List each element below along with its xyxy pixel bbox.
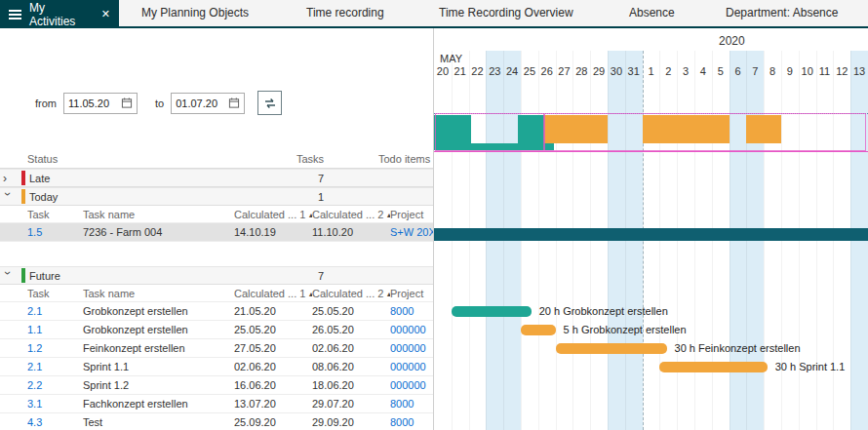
timeline-day-label: 29: [590, 65, 608, 79]
timeline-day-label: 3: [677, 65, 694, 79]
project-link[interactable]: 000000: [390, 324, 426, 335]
project-link[interactable]: 8000: [390, 398, 414, 410]
summary-task-bar[interactable]: [434, 228, 868, 241]
tab-time-recording-overview[interactable]: Time Recording Overview: [439, 0, 573, 26]
calculated-date-1-cell: 02.06.20: [234, 361, 312, 372]
calendar-icon[interactable]: [228, 97, 240, 109]
task-name-column-header: Task name: [83, 209, 234, 220]
task-number-link[interactable]: 1.2: [27, 342, 42, 354]
timeline-day-label: 25: [521, 65, 538, 79]
calculated-date-1-cell: 25.05.20: [234, 324, 312, 335]
task-number-link[interactable]: 3.1: [27, 398, 42, 410]
group-row-late[interactable]: ›Late7: [0, 169, 433, 187]
task-name-cell: Grobkonzept erstellen: [83, 324, 234, 335]
task-number-link[interactable]: 4.3: [27, 416, 42, 428]
task-panel: from to: [0, 28, 434, 430]
task-row[interactable]: 3.1Fachkonzept erstellen13.07.2029.07.20…: [0, 395, 433, 413]
task-number-link[interactable]: 1.5: [27, 226, 42, 238]
project-link[interactable]: 000000: [390, 342, 426, 354]
refresh-button[interactable]: [257, 91, 282, 115]
task-row[interactable]: 1.57236 - Farm 00414.10.1911.10.20S+W 20…: [0, 223, 433, 242]
task-row[interactable]: 2.1Grobkonzept erstellen21.05.2025.05.20…: [0, 302, 433, 321]
calculated-2-column-header[interactable]: Calculated ... 2▲: [312, 288, 390, 299]
project-link[interactable]: 8000: [390, 305, 414, 317]
timeline-day-label: 24: [503, 65, 521, 79]
timeline-day-label: 8: [764, 65, 781, 79]
tab-bar: My Activities ✕ My Planning Objects Time…: [0, 0, 868, 28]
timeline-day-label: 20: [434, 65, 452, 79]
timeline-day-label: 23: [486, 65, 503, 79]
calculated-date-2-cell: 18.06.20: [312, 379, 390, 391]
selection-outline-box: [544, 113, 866, 151]
timeline-day-label: 31: [625, 65, 643, 79]
calculated-1-column-header[interactable]: Calculated ... 1▲: [234, 288, 312, 299]
project-link[interactable]: 000000: [390, 379, 426, 391]
date-range-filter: from to: [35, 91, 282, 115]
timeline-day-label: 6: [730, 65, 747, 79]
calendar-icon[interactable]: [121, 97, 133, 109]
group-label: Today: [29, 191, 58, 203]
tab-my-planning-objects[interactable]: My Planning Objects: [141, 0, 249, 26]
from-date-input[interactable]: [68, 98, 119, 109]
task-row[interactable]: 1.1Grobkonzept erstellen25.05.2026.05.20…: [0, 321, 433, 339]
menu-icon[interactable]: [9, 10, 21, 20]
project-link[interactable]: 8000: [390, 416, 414, 428]
gantt-task-bar[interactable]: [659, 362, 767, 372]
column-header-row: TaskTask nameCalculated ... 1▲Calculated…: [0, 285, 433, 302]
gantt-bar-label: 30 h Feinkonzept erstellen: [675, 342, 801, 355]
collapse-chevron-icon[interactable]: ›: [1, 192, 15, 202]
task-row[interactable]: 2.2Sprint 1.216.06.2018.06.20000000: [0, 376, 433, 395]
timeline-year-label: 2020: [719, 34, 745, 48]
gantt-task-bar[interactable]: [556, 343, 667, 354]
tab-my-activities[interactable]: My Activities ✕: [0, 0, 119, 28]
to-date-input[interactable]: [176, 98, 226, 109]
group-task-count: 1: [318, 191, 324, 203]
timeline-day-label: 21: [452, 65, 469, 79]
active-tab-label: My Activities: [29, 1, 94, 28]
calculated-date-1-cell: 13.07.20: [234, 398, 312, 410]
timeline-day-label: 28: [572, 65, 590, 79]
task-table-body: ›Late7›Today1TaskTask nameCalculated ...…: [0, 169, 433, 430]
tab-department-absence[interactable]: Department: Absence: [726, 0, 838, 26]
gantt-chart: 2020MAY202122232425262728293031123456789…: [434, 28, 868, 430]
table-top-header: Status Tasks Todo items: [0, 151, 433, 169]
task-number-link[interactable]: 2.1: [27, 305, 42, 317]
calculated-date-2-cell: 02.06.20: [312, 342, 390, 354]
group-row-future[interactable]: ›Future7: [0, 266, 433, 285]
task-column-header: Task: [27, 209, 83, 220]
gantt-bar-label: 5 h Grobkonzept erstellen: [564, 324, 687, 336]
project-link[interactable]: 000000: [390, 361, 426, 372]
calculated-2-column-header[interactable]: Calculated ... 2▲: [312, 209, 390, 220]
expand-chevron-icon[interactable]: ›: [3, 172, 13, 185]
gantt-task-bar[interactable]: [521, 325, 556, 335]
task-number-link[interactable]: 1.1: [27, 324, 42, 335]
capacity-bottom-line: [434, 151, 868, 152]
task-name-cell: 7236 - Farm 004: [83, 226, 234, 238]
calculated-date-1-cell: 21.05.20: [234, 305, 312, 317]
task-column-header: Task: [27, 288, 83, 299]
calculated-1-column-header[interactable]: Calculated ... 1▲: [234, 209, 312, 220]
close-icon[interactable]: ✕: [101, 8, 110, 20]
timeline-day-label: 11: [816, 65, 834, 79]
from-date-field[interactable]: [63, 93, 138, 114]
selection-outline-box: [435, 113, 544, 151]
calculated-date-2-cell: 08.06.20: [312, 361, 390, 372]
calculated-date-1-cell: 16.06.20: [234, 379, 312, 391]
gantt-bar-label: 30 h Sprint 1.1: [775, 361, 846, 373]
task-row[interactable]: 4.3Test25.09.2029.09.208000: [0, 413, 433, 430]
gantt-task-bar[interactable]: [452, 306, 532, 317]
project-link[interactable]: S+W 20X: [390, 226, 433, 238]
tab-absence[interactable]: Absence: [629, 0, 675, 26]
group-row-today[interactable]: ›Today1: [0, 187, 433, 206]
status-color-bar: [21, 189, 25, 204]
collapse-chevron-icon[interactable]: ›: [1, 271, 15, 281]
task-row[interactable]: 1.2Feinkonzept erstellen27.05.2002.06.20…: [0, 339, 433, 358]
to-date-field[interactable]: [171, 93, 245, 114]
tasks-column-header: Tasks: [296, 153, 324, 165]
task-number-link[interactable]: 2.1: [27, 361, 42, 372]
calculated-date-1-cell: 27.05.20: [234, 342, 312, 354]
tab-time-recording[interactable]: Time recording: [306, 0, 384, 26]
task-number-link[interactable]: 2.2: [27, 379, 42, 391]
task-row[interactable]: 2.1Sprint 1.102.06.2008.06.20000000: [0, 358, 433, 376]
status-color-bar: [21, 171, 25, 185]
